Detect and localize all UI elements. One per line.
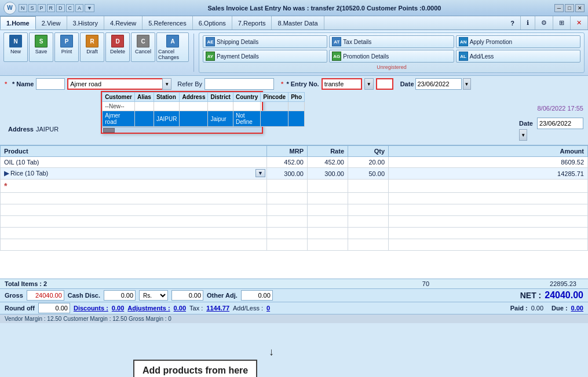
col-customer: Customer <box>103 93 135 102</box>
date2-group: Date ▼ <box>519 118 583 141</box>
entry-no-input2[interactable] <box>376 78 393 90</box>
customer-name-input[interactable] <box>67 78 171 90</box>
product-rate: 300.00 <box>308 168 348 180</box>
product-amount: 14285.71 <box>389 168 588 180</box>
menu-view[interactable]: 2.View <box>36 16 67 30</box>
shipping-details-button[interactable]: AE Shipping Details <box>203 35 327 48</box>
menu-home[interactable]: 1.Home <box>0 16 36 30</box>
empty-row <box>1 228 588 239</box>
date2-dropdown[interactable]: ▼ <box>519 129 527 141</box>
discounts-label[interactable]: Discounts : <box>74 305 108 312</box>
addless-value[interactable]: 0 <box>266 305 270 312</box>
annotation-box: Add products from here <box>133 360 257 377</box>
info-icon[interactable]: ℹ <box>521 16 535 30</box>
payment-details-button[interactable]: AY Payment Details <box>203 50 327 63</box>
cancel-changes-button[interactable]: A Cancel Changes <box>156 32 189 62</box>
total-qty: 70 <box>422 280 429 287</box>
menu-references[interactable]: 5.References <box>143 16 192 30</box>
restore-button[interactable]: □ <box>565 4 574 12</box>
adjustments-label[interactable]: Adjustments : <box>127 305 170 312</box>
paid-label: Paid : <box>510 305 528 312</box>
new-icon: N <box>9 35 22 47</box>
date-input[interactable] <box>415 78 462 90</box>
new-product-cell[interactable]: * <box>1 180 267 193</box>
print-icon: P <box>60 35 73 47</box>
qa-p1[interactable]: P <box>38 4 46 12</box>
other-adj-input[interactable] <box>241 290 273 301</box>
col-phone: Pho <box>288 93 305 102</box>
delete-button[interactable]: D Delete <box>105 32 130 62</box>
menu-reports[interactable]: 7.Reports <box>232 16 272 30</box>
dropdown-row-ajmer[interactable]: Ajmer roadJAIPURJaipurNot Define <box>103 111 305 127</box>
dropdown-row-new[interactable]: --New-- <box>103 102 305 111</box>
customer-dropdown-arrow[interactable]: ▼ <box>162 78 171 90</box>
col-product: Product <box>1 146 267 157</box>
settings-icon[interactable]: ⚙ <box>535 16 553 30</box>
tax-details-button[interactable]: AT Tax Details <box>329 35 454 48</box>
menu-bar: 1.Home 2.View 3.History 4.Review 5.Refer… <box>0 16 588 30</box>
total-items-label: Total Items : 2 <box>5 280 47 287</box>
table-row[interactable]: ▶ Rice (10 Tab) ▼ 300.00 300.00 50.00 14… <box>1 168 588 180</box>
col-rate: Rate <box>308 146 348 157</box>
qa-save[interactable]: S <box>28 4 36 12</box>
roundoff-input[interactable] <box>38 303 70 313</box>
qa-arrow[interactable]: ▼ <box>85 4 94 12</box>
menu-history[interactable]: 3.History <box>67 16 104 30</box>
due-label: Due : <box>552 305 568 312</box>
dropdown-scrollbar[interactable] <box>102 127 262 133</box>
product-mrp: 300.00 <box>267 168 308 180</box>
table-row[interactable]: OIL (10 Tab) 452.00 452.00 20.00 8609.52 <box>1 157 588 168</box>
product-rate: 452.00 <box>308 157 348 168</box>
qa-d[interactable]: D <box>56 4 65 12</box>
entry-no-dropdown[interactable]: ▼ <box>364 78 374 90</box>
tax-icon: AT <box>332 37 341 46</box>
discounts-value[interactable]: 0.00 <box>112 305 124 312</box>
table-header-row: Product MRP Rate Qty Amount <box>1 146 588 157</box>
due-value[interactable]: 0.00 <box>571 305 583 312</box>
exit-button[interactable]: ✕ <box>571 16 588 30</box>
address-value: JAIPUR <box>36 126 59 133</box>
col-district: District <box>208 93 233 102</box>
new-button[interactable]: N New <box>3 32 28 62</box>
status-bar: Vendor Margin : 12.50 Customer Margin : … <box>0 314 588 323</box>
entry-no-input[interactable] <box>322 78 362 90</box>
window-title: Sales Invoice Last Entry No was : transf… <box>94 5 554 12</box>
close-button[interactable]: ✕ <box>575 4 585 12</box>
date-dropdown[interactable]: ▼ <box>463 78 471 90</box>
cancel-button[interactable]: C Cancel <box>131 32 155 62</box>
promotion-details-button[interactable]: AG Promotion Details <box>329 50 454 63</box>
roundoff-label: Round off <box>5 305 35 312</box>
grid-icon[interactable]: ⊞ <box>553 16 571 30</box>
gross-input[interactable] <box>27 290 64 301</box>
help-icon[interactable]: ? <box>505 16 521 30</box>
totals-bar: Total Items : 2 70 22895.23 <box>0 279 588 288</box>
adjustments-value[interactable]: 0.00 <box>174 305 186 312</box>
menu-review[interactable]: 4.Review <box>104 16 143 30</box>
tax-value[interactable]: 1144.77 <box>206 305 229 312</box>
refer-by-input[interactable] <box>204 78 274 90</box>
minimize-button[interactable]: ─ <box>554 4 564 12</box>
add-less-icon: AL <box>459 52 468 61</box>
menu-options[interactable]: 6.Options <box>193 16 232 30</box>
cash-disc-input[interactable] <box>104 290 136 301</box>
save-button[interactable]: S Save <box>29 32 53 62</box>
date2-input[interactable] <box>537 118 583 129</box>
draft-button[interactable]: R Draft <box>80 32 104 62</box>
asterisk: * <box>4 181 7 191</box>
qa-c1[interactable]: C <box>66 4 75 12</box>
annotation-arrow: ↑ <box>269 347 274 359</box>
rs-input[interactable] <box>171 290 203 301</box>
add-less-button[interactable]: AL Add/Less <box>456 50 580 63</box>
rs-select[interactable]: Rs. <box>139 290 168 301</box>
name-required: * <box>5 80 7 87</box>
new-product-row[interactable]: * <box>1 180 588 193</box>
qa-p2[interactable]: R <box>47 4 56 12</box>
qa-new[interactable]: N <box>19 4 27 12</box>
row-indicator: ▶ <box>4 170 9 177</box>
apply-promotion-button[interactable]: AN Apply Promotion <box>456 35 580 48</box>
print-button[interactable]: P Print <box>54 32 79 62</box>
name-input-prefix[interactable] <box>36 78 65 90</box>
menu-master-data[interactable]: 8.Master Data <box>272 16 324 30</box>
qa-c2[interactable]: A <box>75 4 83 12</box>
product-dropdown-arrow[interactable]: ▼ <box>255 169 265 177</box>
